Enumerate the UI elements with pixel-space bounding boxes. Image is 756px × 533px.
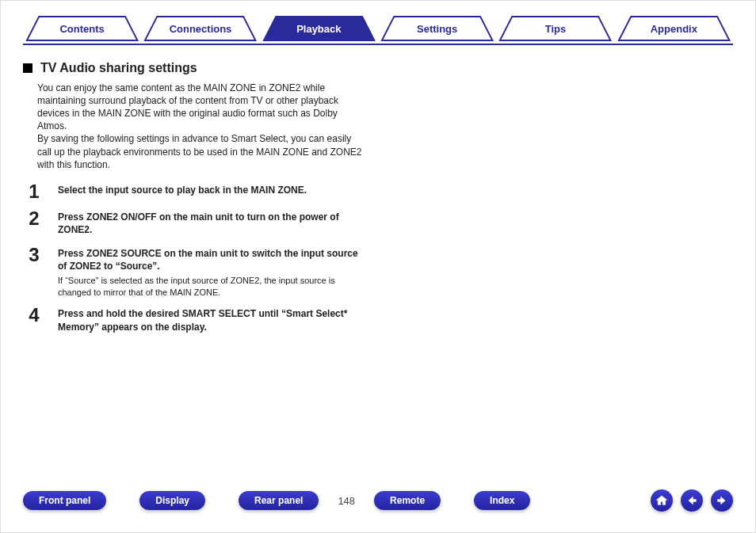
- step-note: If “Source” is selected as the input sou…: [58, 275, 367, 299]
- right-column: [378, 56, 733, 486]
- rear-panel-button[interactable]: Rear panel: [239, 491, 319, 510]
- bottom-right-cluster: [651, 489, 733, 512]
- step-item: 4 Press and hold the desired SMART SELEC…: [23, 306, 367, 334]
- tab-connections[interactable]: Connections: [143, 15, 257, 42]
- step-list: 1 Select the input source to play back i…: [23, 182, 367, 335]
- manual-page: Contents Connections Playback Settings T…: [0, 0, 756, 533]
- tab-playback[interactable]: Playback: [262, 15, 376, 42]
- front-panel-button[interactable]: Front panel: [23, 491, 106, 510]
- tab-underline: [23, 44, 733, 45]
- step-number: 2: [23, 209, 45, 238]
- step-item: 2 Press ZONE2 ON/OFF on the main unit to…: [23, 209, 367, 238]
- step-body: Press ZONE2 ON/OFF on the main unit to t…: [58, 209, 367, 238]
- arrow-left-icon: [685, 494, 698, 507]
- step-number: 4: [23, 306, 45, 334]
- tab-label: Connections: [170, 23, 232, 35]
- step-title: Press ZONE2 ON/OFF on the main unit to t…: [58, 211, 367, 236]
- tab-label: Appendix: [651, 23, 697, 35]
- content-area: TV Audio sharing settings You can enjoy …: [23, 56, 733, 486]
- section-title-text: TV Audio sharing settings: [40, 59, 197, 77]
- tab-appendix[interactable]: Appendix: [617, 15, 731, 42]
- tab-label: Playback: [296, 23, 341, 35]
- home-button[interactable]: [651, 489, 673, 512]
- step-title: Press ZONE2 SOURCE on the main unit to s…: [58, 247, 367, 272]
- section-intro: You can enjoy the same content as the MA…: [37, 82, 367, 171]
- step-item: 3 Press ZONE2 SOURCE on the main unit to…: [23, 246, 367, 298]
- home-icon: [655, 494, 668, 507]
- square-bullet-icon: [23, 63, 32, 73]
- step-number: 3: [23, 246, 45, 298]
- prev-page-button[interactable]: [681, 489, 703, 512]
- tab-settings[interactable]: Settings: [380, 15, 494, 42]
- top-tab-row: Contents Connections Playback Settings T…: [23, 15, 733, 42]
- arrow-right-icon: [716, 494, 728, 507]
- tab-label: Contents: [59, 23, 104, 35]
- step-title: Press and hold the desired SMART SELECT …: [58, 307, 367, 333]
- step-title: Select the input source to play back in …: [58, 184, 367, 196]
- step-body: Press and hold the desired SMART SELECT …: [58, 306, 367, 334]
- next-page-button[interactable]: [711, 489, 733, 512]
- step-body: Press ZONE2 SOURCE on the main unit to s…: [58, 246, 367, 298]
- tab-label: Tips: [545, 23, 567, 35]
- display-button[interactable]: Display: [139, 491, 205, 510]
- page-number: 148: [333, 495, 360, 507]
- bottom-mid-cluster: Remote Index: [374, 491, 530, 510]
- tab-contents[interactable]: Contents: [25, 15, 139, 42]
- remote-button[interactable]: Remote: [374, 491, 441, 510]
- step-item: 1 Select the input source to play back i…: [23, 182, 367, 201]
- tab-label: Settings: [417, 23, 457, 35]
- left-column: TV Audio sharing settings You can enjoy …: [23, 56, 378, 486]
- bottom-left-cluster: Front panel Display Rear panel: [23, 491, 319, 510]
- bottom-bar: Front panel Display Rear panel 148 Remot…: [23, 486, 733, 515]
- section-heading: TV Audio sharing settings: [23, 59, 367, 77]
- step-number: 1: [23, 182, 45, 201]
- tab-tips[interactable]: Tips: [498, 15, 612, 42]
- step-body: Select the input source to play back in …: [58, 182, 367, 201]
- index-button[interactable]: Index: [474, 491, 530, 510]
